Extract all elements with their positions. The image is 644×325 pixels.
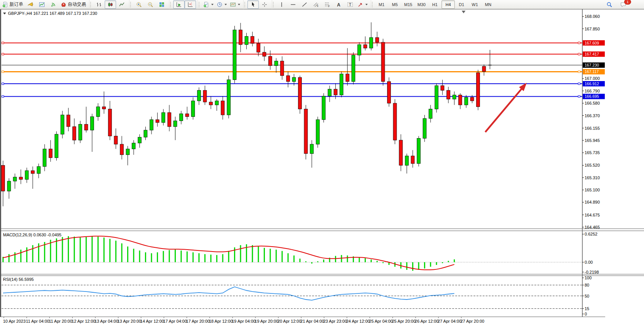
text-icon: A	[336, 2, 342, 8]
auto-trading-button[interactable]: 自动交易	[59, 0, 88, 9]
zoom-out-button[interactable]	[145, 0, 156, 9]
tf-button-m1[interactable]: M1	[375, 0, 388, 9]
tf-button-m15[interactable]: M15	[402, 0, 415, 9]
chart-title: GBPJPY-,H4 167.221 167.489 167.173 167.2…	[3, 11, 97, 16]
equidistant-channel-icon: E	[313, 2, 319, 8]
indicators-button[interactable]	[202, 0, 215, 9]
arrow-tool-icon	[357, 2, 363, 8]
svg-text:14 Apr 12:00: 14 Apr 12:00	[140, 319, 164, 323]
text-button[interactable]: A	[333, 0, 344, 9]
trendline-button[interactable]	[299, 0, 310, 9]
chat-button[interactable]: 1	[617, 0, 629, 9]
megaphone-icon	[27, 2, 33, 8]
alerts-button[interactable]	[25, 0, 36, 9]
chart-shift-icon	[187, 2, 193, 8]
svg-text:167.000: 167.000	[585, 76, 600, 81]
svg-text:166.370: 166.370	[585, 113, 600, 118]
arrows-button[interactable]	[356, 0, 369, 9]
arrows-caret-icon	[365, 4, 368, 5]
chart-shift-button[interactable]	[185, 0, 196, 9]
svg-text:167.850: 167.850	[585, 27, 600, 31]
svg-text:27 Apr 20:00: 27 Apr 20:00	[461, 319, 484, 323]
line-chart-button[interactable]	[116, 0, 128, 9]
svg-text:11 Apr 20:00: 11 Apr 20:00	[49, 319, 72, 323]
signals-button[interactable]	[48, 0, 59, 9]
svg-text:A: A	[337, 2, 341, 7]
timeframe-toolbar: M1M5M15M30H1H4D1W1MN	[371, 0, 496, 9]
market-watch-button[interactable]	[36, 0, 48, 9]
tf-button-m30[interactable]: M30	[415, 0, 428, 9]
time-axis-labels: 10 Apr 202311 Apr 04:0011 Apr 20:0012 Ap…	[3, 317, 484, 323]
text-label-button[interactable]: T	[344, 0, 356, 9]
tf-button-d1[interactable]: D1	[455, 0, 468, 9]
auto-trading-label: 自动交易	[68, 1, 86, 8]
vertical-line-button[interactable]	[276, 0, 287, 9]
svg-text:17 Apr 04:00: 17 Apr 04:00	[163, 319, 187, 323]
zoom-group	[129, 0, 169, 9]
templates-icon	[230, 2, 236, 8]
tile-windows-button[interactable]	[156, 0, 167, 9]
svg-text:13 Apr 20:00: 13 Apr 20:00	[118, 319, 141, 323]
crosshair-button[interactable]	[259, 0, 270, 9]
periods-button[interactable]	[215, 0, 228, 9]
new-order-button[interactable]: 新订单	[1, 0, 25, 9]
fibonacci-icon: F	[324, 2, 330, 8]
bar-chart-button[interactable]	[93, 0, 105, 9]
svg-text:165.100: 165.100	[585, 188, 600, 192]
svg-text:166.695: 166.695	[585, 94, 599, 99]
chart-shift-marker[interactable]	[462, 11, 465, 13]
chart-type-group	[89, 0, 129, 9]
scroll-group	[169, 0, 198, 9]
toolbar-right-group: 1	[604, 0, 629, 9]
search-button[interactable]	[604, 0, 615, 9]
svg-text:18 Apr 12:00: 18 Apr 12:00	[209, 319, 233, 323]
tile-windows-icon	[159, 2, 165, 8]
svg-text:25 Apr 04:00: 25 Apr 04:00	[369, 319, 393, 323]
svg-text:0.00: 0.00	[585, 260, 593, 264]
rsi-label: RSI(14) 56.5995	[3, 277, 34, 282]
svg-text:19 Apr 04:00: 19 Apr 04:00	[232, 319, 255, 323]
candlestick-chart-button[interactable]	[105, 0, 116, 9]
macd-axis-labels: 0.62520.00-0.2198	[582, 232, 599, 274]
line-chart-icon	[119, 2, 125, 8]
indicators-caret-icon	[211, 4, 214, 5]
tf-button-mn[interactable]: MN	[481, 0, 495, 9]
macd-pane	[2, 236, 582, 271]
new-order-label: 新订单	[10, 1, 23, 8]
equidistant-channel-button[interactable]: E	[310, 0, 322, 9]
horizontal-line-button[interactable]	[287, 0, 299, 9]
templates-button[interactable]	[228, 0, 242, 9]
svg-text:164.465: 164.465	[585, 225, 600, 229]
svg-text:15: 15	[585, 306, 589, 311]
svg-text:166.580: 166.580	[585, 101, 600, 105]
cursor-button[interactable]	[247, 0, 259, 9]
auto-scroll-button[interactable]	[173, 0, 185, 9]
svg-text:21 Apr 04:00: 21 Apr 04:00	[300, 319, 324, 323]
svg-text:20 Apr 12:00: 20 Apr 12:00	[277, 319, 301, 323]
tf-button-h1[interactable]: H1	[428, 0, 442, 9]
cursor-icon	[250, 2, 256, 8]
trend-arrow-annotation[interactable]	[485, 88, 523, 132]
candlestick-chart[interactable]: 168.060167.850167.000166.790166.580166.3…	[0, 9, 644, 325]
svg-text:166.790: 166.790	[585, 89, 600, 93]
notification-badge: 1	[624, 0, 631, 5]
fibonacci-button[interactable]: F	[322, 0, 333, 9]
auto-scroll-icon	[176, 2, 182, 8]
svg-text:165.310: 165.310	[585, 175, 600, 180]
tf-button-m5[interactable]: M5	[388, 0, 402, 9]
tf-button-w1[interactable]: W1	[468, 0, 481, 9]
svg-text:F: F	[328, 5, 330, 8]
chart-title-text: GBPJPY-,H4 167.221 167.489 167.173 167.2…	[8, 11, 97, 16]
tf-button-h4[interactable]: H4	[442, 0, 455, 9]
rsi-line	[3, 287, 454, 300]
svg-text:24 Apr 12:00: 24 Apr 12:00	[346, 319, 370, 323]
horizontal-line-icon	[290, 2, 296, 8]
auto-trading-icon	[61, 2, 67, 8]
indicators-icon	[203, 2, 209, 8]
zoom-in-button[interactable]	[133, 0, 145, 9]
svg-text:164.890: 164.890	[585, 200, 600, 204]
cursor-group	[243, 0, 272, 9]
svg-text:0.6252: 0.6252	[585, 232, 598, 236]
svg-text:0: 0	[585, 312, 587, 316]
collapse-indicators-icon[interactable]	[3, 13, 6, 14]
